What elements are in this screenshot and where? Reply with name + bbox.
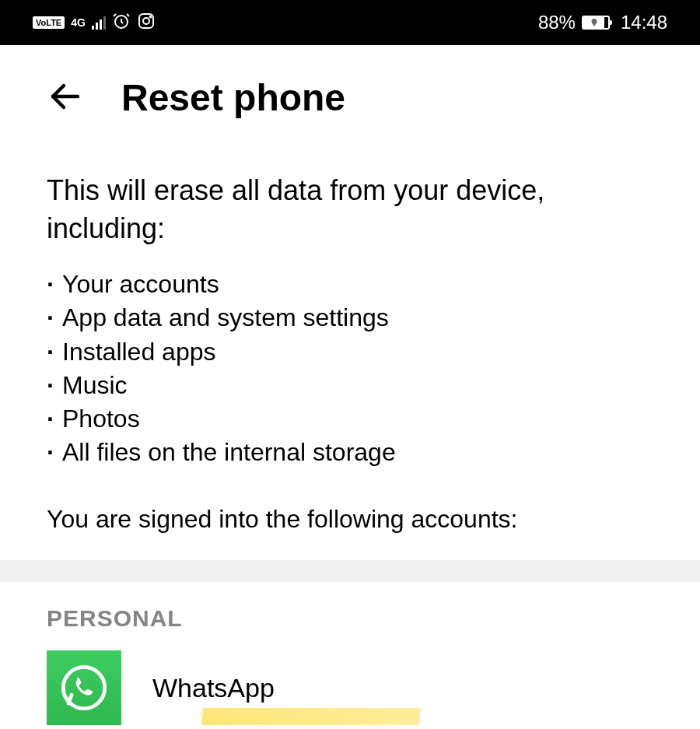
network-4g-indicator: 4G (71, 17, 86, 28)
status-time: 14:48 (621, 12, 667, 33)
account-container: WhatsApp (47, 650, 653, 725)
erase-list-item: App data and system settings (47, 301, 653, 335)
battery-percent: 88% (538, 12, 576, 33)
erase-list-item: Your accounts (47, 268, 653, 301)
status-left: VoLTE 4G (33, 12, 156, 33)
status-bar: VoLTE 4G 88% (0, 0, 700, 45)
highlight-marker (201, 708, 421, 725)
page-title: Reset phone (121, 76, 345, 119)
instagram-icon (137, 12, 156, 33)
svg-point-3 (149, 16, 151, 18)
erase-list-item: Installed apps (47, 335, 653, 369)
erase-list: Your accounts App data and system settin… (47, 268, 653, 469)
status-right: 88% 14:48 (538, 12, 667, 33)
erase-list-item: Music (47, 369, 653, 402)
erase-heading: This will erase all data from your devic… (47, 172, 653, 247)
back-button[interactable] (47, 78, 84, 118)
erase-list-item: All files on the internal storage (47, 436, 653, 469)
section-divider (0, 560, 700, 582)
accounts-heading: You are signed into the following accoun… (47, 502, 653, 537)
volte-badge: VoLTE (33, 16, 65, 29)
whatsapp-icon (47, 650, 121, 725)
page-header: Reset phone (0, 45, 700, 142)
alarm-icon (112, 12, 131, 33)
main-content: This will erase all data from your devic… (0, 142, 700, 725)
account-name: WhatsApp (152, 673, 275, 703)
signal-bars-icon (92, 16, 106, 30)
erase-list-item: Photos (47, 402, 653, 436)
svg-point-2 (143, 18, 149, 24)
battery-icon (582, 16, 610, 30)
section-label-personal: PERSONAL (47, 582, 653, 650)
